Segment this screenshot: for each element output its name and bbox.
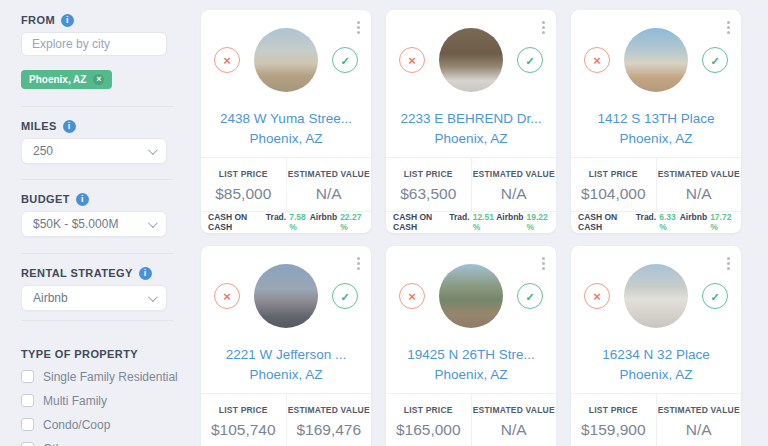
check-icon	[340, 51, 349, 69]
property-address: 16234 N 32 Place	[571, 345, 741, 365]
property-title-link[interactable]: 2221 W Jefferson ... Phoenix, AZ	[201, 345, 371, 386]
rental-strategy-select[interactable]: Airbnb	[21, 285, 167, 311]
info-icon[interactable]	[63, 120, 76, 133]
property-title-link[interactable]: 16234 N 32 Place Phoenix, AZ	[571, 345, 741, 386]
list-price-label: LIST PRICE	[386, 169, 471, 179]
property-photo[interactable]	[439, 28, 503, 92]
property-city: Phoenix, AZ	[386, 129, 556, 149]
x-icon	[593, 287, 601, 305]
estimated-value: $169,476	[287, 421, 372, 439]
card-menu-kebab-icon[interactable]	[355, 19, 362, 36]
property-title-link[interactable]: 1412 S 13TH Place Phoenix, AZ	[571, 109, 741, 150]
property-photo[interactable]	[439, 264, 503, 328]
city-tag-label: Phoenix, AZ	[29, 74, 86, 85]
property-city: Phoenix, AZ	[201, 129, 371, 149]
x-icon	[593, 51, 601, 69]
type-of-property-label: TYPE OF PROPERTY	[21, 348, 198, 360]
property-type-option-multi-family[interactable]: Multi Family	[21, 393, 198, 408]
city-search-input[interactable]	[21, 32, 167, 56]
property-title-link[interactable]: 2438 W Yuma Stree... Phoenix, AZ	[201, 109, 371, 150]
approve-property-button[interactable]	[332, 283, 358, 309]
check-icon	[710, 287, 719, 305]
card-menu-kebab-icon[interactable]	[540, 19, 547, 36]
city-tag[interactable]: Phoenix, AZ	[21, 70, 112, 89]
checkbox[interactable]	[21, 370, 34, 383]
property-card: 2221 W Jefferson ... Phoenix, AZ LIST PR…	[201, 246, 371, 446]
checkbox[interactable]	[21, 394, 34, 407]
list-price-value: $165,000	[386, 421, 471, 439]
sidebar-divider	[21, 179, 173, 180]
estimated-value-label: ESTIMATED VALUE	[472, 405, 557, 415]
list-price-label: LIST PRICE	[571, 405, 656, 415]
property-title-link[interactable]: 19425 N 26TH Stre... Phoenix, AZ	[386, 345, 556, 386]
x-icon	[408, 51, 416, 69]
x-icon	[223, 51, 231, 69]
estimated-value-label: ESTIMATED VALUE	[472, 169, 557, 179]
reject-property-button[interactable]	[214, 47, 240, 73]
property-photo[interactable]	[254, 28, 318, 92]
estimated-value: N/A	[472, 185, 557, 203]
airbnb-label: Airbnb	[496, 212, 523, 232]
airbnb-coc-value: 22.27 %	[340, 212, 364, 232]
property-type-option-single-family[interactable]: Single Family Residential	[21, 369, 198, 384]
property-address: 1412 S 13TH Place	[571, 109, 741, 129]
approve-property-button[interactable]	[517, 47, 543, 73]
property-photo[interactable]	[624, 28, 688, 92]
check-icon	[525, 287, 534, 305]
estimated-value-label: ESTIMATED VALUE	[287, 169, 372, 179]
trad-coc-value: 7.58 %	[289, 212, 310, 232]
rental-strategy-filter-label: RENTAL STRATEGY	[21, 267, 198, 279]
price-section: LIST PRICE $63,500 ESTIMATED VALUE N/A	[386, 158, 556, 211]
property-address: 2221 W Jefferson ...	[201, 345, 371, 365]
reject-property-button[interactable]	[399, 47, 425, 73]
reject-property-button[interactable]	[214, 283, 240, 309]
info-icon[interactable]	[61, 14, 74, 27]
info-icon[interactable]	[139, 267, 152, 280]
miles-select[interactable]: 250	[21, 138, 167, 164]
remove-city-icon[interactable]	[93, 74, 104, 85]
property-photo[interactable]	[254, 264, 318, 328]
cash-on-cash-row: CASH ON CASH Trad.7.58 % Airbnb22.27 %	[201, 211, 371, 233]
rental-strategy-selected-value: Airbnb	[33, 291, 68, 305]
info-icon[interactable]	[76, 193, 89, 206]
airbnb-label: Airbnb	[310, 212, 337, 232]
property-type-option-other[interactable]: Other	[21, 441, 198, 446]
estimated-value-label: ESTIMATED VALUE	[657, 169, 742, 179]
reject-property-button[interactable]	[584, 47, 610, 73]
budget-selected-value: $50K - $5.000M	[33, 217, 118, 231]
card-menu-kebab-icon[interactable]	[355, 255, 362, 272]
reject-property-button[interactable]	[399, 283, 425, 309]
x-icon	[223, 287, 231, 305]
cash-on-cash-row: CASH ON CASH Trad.12.51 % Airbnb19.22 %	[386, 211, 556, 233]
approve-property-button[interactable]	[702, 283, 728, 309]
property-photo[interactable]	[624, 264, 688, 328]
from-filter-label: FROM	[21, 14, 198, 26]
cash-on-cash-label: CASH ON CASH	[208, 212, 266, 232]
reject-property-button[interactable]	[584, 283, 610, 309]
chevron-down-icon	[148, 292, 158, 302]
checkbox-label: Condo/Coop	[43, 418, 110, 432]
miles-label: MILES	[21, 120, 57, 132]
budget-select[interactable]: $50K - $5.000M	[21, 211, 167, 237]
checkbox[interactable]	[21, 442, 34, 446]
approve-property-button[interactable]	[332, 47, 358, 73]
card-menu-kebab-icon[interactable]	[725, 255, 732, 272]
approve-property-button[interactable]	[702, 47, 728, 73]
property-card: 16234 N 32 Place Phoenix, AZ LIST PRICE …	[571, 246, 741, 446]
miles-selected-value: 250	[33, 144, 53, 158]
property-type-option-condo-coop[interactable]: Condo/Coop	[21, 417, 198, 432]
estimated-value: N/A	[657, 421, 742, 439]
property-card: 2438 W Yuma Stree... Phoenix, AZ LIST PR…	[201, 10, 371, 233]
card-menu-kebab-icon[interactable]	[540, 255, 547, 272]
list-price-label: LIST PRICE	[201, 169, 286, 179]
checkbox-label: Multi Family	[43, 394, 107, 408]
estimated-value-label: ESTIMATED VALUE	[287, 405, 372, 415]
property-address: 2438 W Yuma Stree...	[201, 109, 371, 129]
check-icon	[340, 287, 349, 305]
checkbox[interactable]	[21, 418, 34, 431]
property-title-link[interactable]: 2233 E BEHREND Dr... Phoenix, AZ	[386, 109, 556, 150]
price-section: LIST PRICE $159,900 ESTIMATED VALUE N/A	[571, 394, 741, 446]
card-menu-kebab-icon[interactable]	[725, 19, 732, 36]
property-card: 1412 S 13TH Place Phoenix, AZ LIST PRICE…	[571, 10, 741, 233]
approve-property-button[interactable]	[517, 283, 543, 309]
